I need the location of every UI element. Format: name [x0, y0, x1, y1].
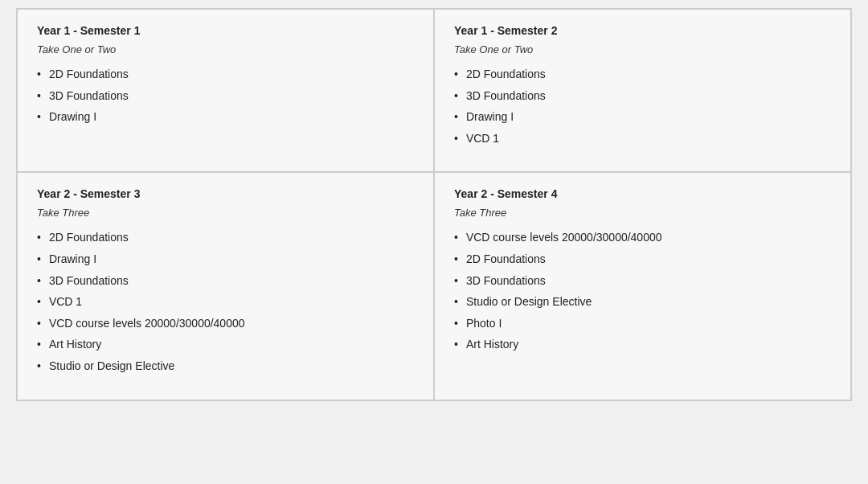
list-item: 3D Foundations: [37, 273, 414, 289]
list-year1-sem1: 2D Foundations3D FoundationsDrawing I: [37, 67, 414, 125]
title-year2-sem4: Year 2 - Semester 4: [454, 187, 831, 200]
list-year1-sem2: 2D Foundations3D FoundationsDrawing IVCD…: [454, 67, 831, 146]
cell-year2-sem4: Year 2 - Semester 4Take ThreeVCD course …: [434, 172, 851, 400]
cell-year1-sem1: Year 1 - Semester 1Take One or Two2D Fou…: [17, 9, 434, 172]
list-item: Art History: [454, 337, 831, 353]
list-item: 3D Foundations: [37, 88, 414, 105]
subtitle-year2-sem3: Take Three: [37, 207, 414, 219]
list-item: Art History: [37, 337, 414, 353]
list-item: 3D Foundations: [454, 273, 831, 289]
title-year2-sem3: Year 2 - Semester 3: [37, 187, 414, 200]
subtitle-year1-sem1: Take One or Two: [37, 43, 414, 55]
list-item: 2D Foundations: [37, 230, 414, 246]
list-item: Photo I: [454, 316, 831, 332]
list-item: VCD 1: [37, 294, 414, 310]
list-item: Studio or Design Elective: [37, 359, 414, 375]
list-year2-sem4: VCD course levels 20000/30000/400002D Fo…: [454, 230, 831, 353]
list-item: Drawing I: [37, 252, 414, 268]
cell-year2-sem3: Year 2 - Semester 3Take Three2D Foundati…: [17, 172, 434, 400]
list-year2-sem3: 2D FoundationsDrawing I3D FoundationsVCD…: [37, 230, 414, 374]
list-item: 2D Foundations: [454, 252, 831, 268]
list-item: VCD course levels 20000/30000/40000: [37, 316, 414, 332]
subtitle-year1-sem2: Take One or Two: [454, 43, 831, 55]
curriculum-grid: Year 1 - Semester 1Take One or Two2D Fou…: [16, 8, 852, 401]
list-item: VCD course levels 20000/30000/40000: [454, 230, 831, 246]
list-item: Drawing I: [37, 109, 414, 125]
list-item: Studio or Design Elective: [454, 294, 831, 310]
title-year1-sem2: Year 1 - Semester 2: [454, 24, 831, 37]
list-item: 2D Foundations: [37, 67, 414, 83]
cell-year1-sem2: Year 1 - Semester 2Take One or Two2D Fou…: [434, 9, 851, 172]
list-item: 3D Foundations: [454, 88, 831, 105]
list-item: Drawing I: [454, 109, 831, 125]
list-item: VCD 1: [454, 131, 831, 147]
list-item: 2D Foundations: [454, 67, 831, 83]
subtitle-year2-sem4: Take Three: [454, 207, 831, 219]
title-year1-sem1: Year 1 - Semester 1: [37, 24, 414, 37]
